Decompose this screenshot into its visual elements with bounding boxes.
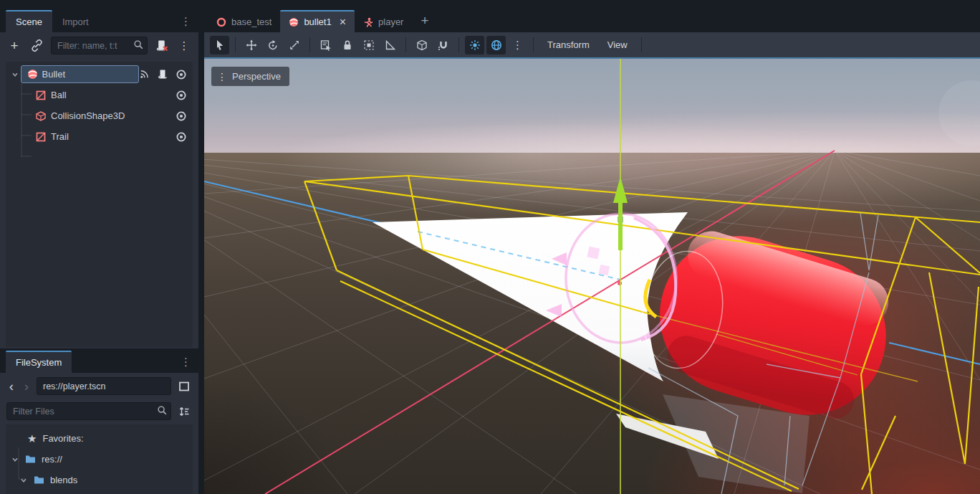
perspective-label: Perspective [232, 71, 281, 82]
perspective-menu-button[interactable]: ⋮ Perspective [211, 67, 289, 86]
selected-node-chip[interactable]: Bullet [21, 65, 139, 83]
toolbar-separator [533, 37, 534, 52]
3d-viewport[interactable]: ⋮ Perspective [204, 57, 980, 494]
visibility-toggle-icon[interactable] [176, 90, 187, 101]
preview-sunlight-toggle[interactable] [465, 36, 484, 54]
filesystem-filter-bar [0, 399, 198, 423]
mesh-instance-icon [36, 90, 46, 100]
visibility-toggle-icon[interactable] [176, 69, 187, 80]
rigidbody3d-icon [27, 69, 38, 80]
toolbar-separator [458, 37, 459, 52]
character-body-icon [363, 17, 373, 27]
filesystem-menu-icon[interactable]: ⋮ [181, 356, 198, 373]
group-button[interactable] [359, 36, 378, 54]
new-scene-tab-button[interactable]: + [412, 13, 437, 32]
toolbar-separator [309, 37, 310, 52]
list-select-button[interactable] [316, 36, 335, 54]
node-ring-icon [216, 17, 226, 27]
node-name: Trail [51, 131, 69, 142]
viewport-extra-menu-icon[interactable]: ⋮ [508, 36, 527, 54]
tab-import[interactable]: Import [52, 10, 99, 32]
scene-dock-toolbar: + ⋮ [0, 32, 198, 59]
godot-editor: Scene Import ⋮ + ⋮ [0, 0, 980, 494]
filesystem-tree: ★ Favorites: res:// blends [6, 424, 193, 494]
scene-tab-base-test[interactable]: base_test [208, 10, 280, 32]
rotate-tool-button[interactable] [263, 36, 282, 54]
main-area: base_test bullet1 × player + [204, 0, 980, 494]
chevron-down-icon[interactable] [9, 456, 21, 463]
folder-icon [34, 475, 44, 485]
tree-row-trail[interactable]: Trail [6, 126, 193, 147]
sort-files-icon[interactable] [176, 404, 192, 419]
search-icon [133, 39, 144, 50]
scene-tab-player[interactable]: player [355, 10, 412, 32]
menu-dots-icon: ⋮ [217, 72, 227, 82]
node-name: CollisionShape3D [51, 110, 125, 121]
signal-connection-icon[interactable] [139, 69, 150, 80]
folder-icon [25, 455, 36, 464]
tree-row-collisionshape3d[interactable]: CollisionShape3D [6, 105, 193, 126]
viewport-focus-border [204, 57, 980, 59]
scene-tree: Bullet Ball Colli [6, 62, 193, 347]
rigidbody3d-icon [289, 17, 299, 27]
script-icon[interactable] [158, 69, 168, 80]
scene-tab-bar: base_test bullet1 × player + [204, 0, 980, 32]
toolbar-separator [235, 37, 236, 52]
fs-row-blends[interactable]: blends [6, 470, 193, 490]
tree-row-bullet[interactable]: Bullet [6, 64, 193, 85]
tab-scene[interactable]: Scene [6, 10, 52, 32]
preview-environment-toggle[interactable] [486, 36, 506, 54]
scene-tree-menu-icon[interactable]: ⋮ [176, 38, 192, 54]
history-forward-icon[interactable]: › [21, 379, 32, 394]
filesystem-tab-bar: FileSystem ⋮ [0, 348, 198, 373]
viewport-toolbar: ⋮ Transform View [204, 32, 980, 57]
favorites-star-icon: ★ [27, 432, 37, 445]
ruler-button[interactable] [380, 36, 400, 54]
snap-magnet-button[interactable] [433, 36, 453, 54]
scene-render [204, 57, 980, 494]
lock-button[interactable] [337, 36, 357, 54]
visibility-toggle-icon[interactable] [176, 110, 187, 122]
history-back-icon[interactable]: ‹ [6, 379, 16, 394]
chevron-down-icon[interactable] [18, 477, 29, 484]
visibility-toggle-icon[interactable] [176, 131, 187, 143]
fs-row-res[interactable]: res:// [6, 449, 193, 470]
file-filter-input[interactable] [6, 402, 171, 420]
scale-tool-button[interactable] [284, 36, 304, 54]
collision-shape-icon [36, 111, 46, 121]
close-tab-icon[interactable]: × [340, 16, 346, 29]
instantiate-scene-button[interactable] [29, 38, 44, 54]
move-tool-button[interactable] [241, 36, 261, 54]
node-name: Ball [51, 90, 67, 100]
left-dock: Scene Import ⋮ + ⋮ [0, 0, 198, 494]
box-mode-button[interactable] [412, 36, 431, 54]
view-menu[interactable]: View [600, 39, 635, 50]
favorites-label: Favorites: [42, 433, 83, 444]
fs-row-favorites[interactable]: ★ Favorites: [6, 428, 193, 449]
chevron-down-icon[interactable] [9, 71, 21, 78]
folder-name: res:// [42, 454, 62, 465]
current-path-input[interactable] [37, 377, 171, 395]
mesh-instance-icon [36, 132, 46, 142]
scene-filter-field [51, 37, 148, 54]
dock-menu-icon[interactable]: ⋮ [181, 15, 198, 32]
transform-menu[interactable]: Transform [539, 39, 597, 50]
file-filter-field [6, 402, 171, 420]
add-node-button[interactable]: + [6, 38, 22, 54]
filesystem-nav-bar: ‹ › [0, 373, 198, 399]
current-path-field [37, 377, 171, 395]
detach-script-icon[interactable] [154, 38, 170, 54]
select-tool-button[interactable] [210, 36, 229, 54]
folder-name: blends [50, 475, 77, 485]
toolbar-separator [641, 37, 642, 52]
tab-filesystem[interactable]: FileSystem [6, 351, 72, 373]
split-dock-icon[interactable] [176, 379, 192, 394]
toolbar-separator [405, 37, 406, 52]
scene-tab-bullet1[interactable]: bullet1 × [280, 10, 355, 32]
search-icon [157, 405, 168, 416]
tree-row-ball[interactable]: Ball [6, 85, 193, 105]
dock-tab-bar: Scene Import ⋮ [0, 0, 198, 32]
node-name: Bullet [42, 69, 66, 80]
